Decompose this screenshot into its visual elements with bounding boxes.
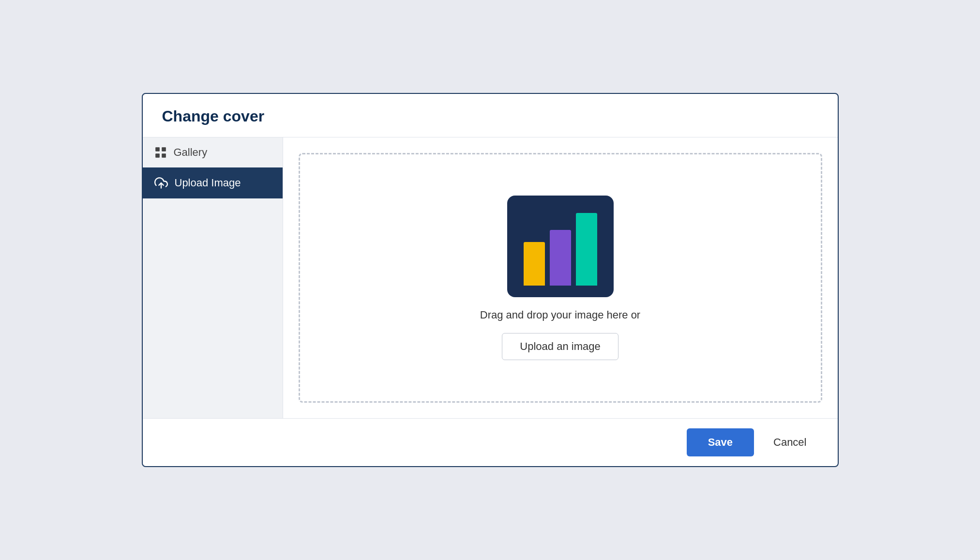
svg-rect-0 (155, 147, 160, 151)
upload-an-image-button[interactable]: Upload an image (502, 333, 618, 360)
bar-gold (524, 242, 545, 286)
cancel-button[interactable]: Cancel (762, 428, 818, 456)
sidebar-upload-label: Upload Image (175, 177, 241, 189)
sidebar-gallery-label: Gallery (174, 146, 208, 159)
dialog-header: Change cover (143, 94, 838, 137)
svg-rect-1 (162, 147, 166, 151)
bar-teal (576, 213, 597, 286)
bar-purple (550, 230, 571, 286)
sidebar: Gallery Upload Image (143, 137, 283, 418)
main-content: Drag and drop your image here or Upload … (283, 137, 838, 418)
dialog-title: Change cover (162, 107, 818, 125)
sidebar-item-upload-image[interactable]: Upload Image (143, 167, 283, 198)
svg-rect-2 (155, 153, 160, 158)
upload-cloud-icon (154, 176, 168, 190)
drop-zone[interactable]: Drag and drop your image here or Upload … (299, 153, 822, 403)
sidebar-item-gallery[interactable]: Gallery (143, 137, 283, 167)
svg-rect-3 (162, 153, 166, 158)
save-button[interactable]: Save (687, 428, 754, 456)
gallery-icon (154, 146, 167, 159)
app-logo-icon (507, 196, 614, 297)
dialog-footer: Save Cancel (143, 418, 838, 466)
change-cover-dialog: Change cover Gallery (142, 93, 839, 467)
dialog-body: Gallery Upload Image (143, 137, 838, 418)
drag-drop-text: Drag and drop your image here or (480, 309, 640, 321)
